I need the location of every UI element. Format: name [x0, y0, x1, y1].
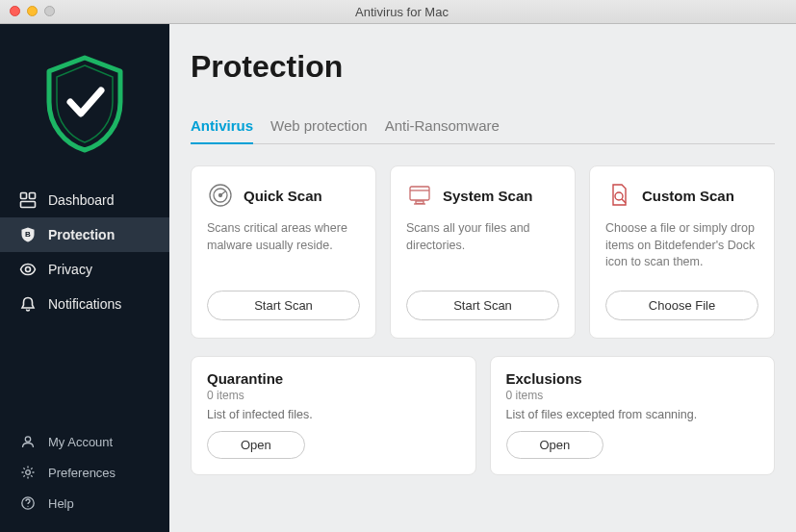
user-icon: [19, 433, 37, 450]
secondary-nav: My Account Preferences Help: [0, 426, 169, 532]
close-icon[interactable]: [10, 6, 20, 16]
shield-logo-icon: [41, 54, 128, 154]
page-title: Protection: [191, 49, 775, 85]
card-title: System Scan: [443, 188, 532, 204]
item-count: 0 items: [207, 389, 460, 402]
app-logo: [0, 24, 169, 183]
exclusions-card: Exclusions 0 items List of files excepte…: [490, 356, 776, 475]
scan-cards-row: Quick Scan Scans critical areas where ma…: [191, 165, 775, 339]
quick-scan-icon: [207, 182, 234, 209]
sidebar-item-label: Dashboard: [48, 192, 115, 208]
sidebar-item-label: Preferences: [48, 466, 116, 480]
svg-rect-15: [416, 201, 424, 204]
sidebar-item-label: My Account: [48, 435, 113, 449]
maximize-icon: [44, 6, 55, 16]
card-title: Quarantine: [207, 370, 460, 387]
open-exclusions-button[interactable]: Open: [506, 431, 604, 459]
svg-rect-0: [21, 193, 27, 199]
quick-scan-card: Quick Scan Scans critical areas where ma…: [191, 165, 376, 339]
card-description: Choose a file or simply drop items on Bi…: [605, 220, 758, 271]
sidebar: Dashboard B Protection Privacy Notificat…: [0, 24, 169, 532]
custom-scan-icon: [605, 182, 632, 209]
system-scan-icon: [406, 182, 433, 209]
sidebar-item-help[interactable]: Help: [0, 488, 169, 519]
primary-nav: Dashboard B Protection Privacy Notificat…: [0, 183, 169, 426]
card-description: List of infected files.: [207, 408, 460, 421]
tabs: Antivirus Web protection Anti-Ransomware: [191, 112, 775, 144]
dashboard-icon: [19, 191, 37, 209]
lower-cards-row: Quarantine 0 items List of infected file…: [191, 356, 775, 475]
tab-anti-ransomware[interactable]: Anti-Ransomware: [385, 112, 500, 143]
help-icon: [19, 494, 37, 512]
main-content: Protection Antivirus Web protection Anti…: [169, 24, 796, 532]
gear-icon: [19, 464, 37, 481]
minimize-icon[interactable]: [27, 6, 38, 16]
start-system-scan-button[interactable]: Start Scan: [406, 291, 559, 320]
card-description: Scans all your files and directories.: [406, 220, 559, 271]
sidebar-item-label: Notifications: [48, 296, 121, 312]
card-description: List of files excepted from scanning.: [506, 408, 759, 421]
eye-icon: [19, 261, 37, 278]
svg-point-4: [26, 267, 31, 272]
item-count: 0 items: [506, 389, 759, 402]
sidebar-item-dashboard[interactable]: Dashboard: [0, 183, 169, 217]
tab-antivirus[interactable]: Antivirus: [191, 112, 253, 143]
card-description: Scans critical areas where malware usual…: [207, 220, 360, 271]
window-controls: [10, 6, 55, 16]
svg-rect-1: [30, 193, 36, 199]
sidebar-item-label: Help: [48, 496, 74, 511]
sidebar-item-label: Protection: [48, 227, 115, 242]
card-title: Exclusions: [506, 370, 759, 387]
titlebar: Antivirus for Mac: [0, 0, 796, 24]
card-title: Custom Scan: [642, 188, 734, 204]
system-scan-card: System Scan Scans all your files and dir…: [390, 165, 576, 339]
start-quick-scan-button[interactable]: Start Scan: [207, 291, 360, 320]
sidebar-item-label: Privacy: [48, 262, 92, 277]
custom-scan-card: Custom Scan Choose a file or simply drop…: [589, 165, 775, 339]
svg-point-8: [27, 506, 28, 507]
svg-text:B: B: [25, 230, 31, 239]
sidebar-item-preferences[interactable]: Preferences: [0, 457, 169, 488]
card-title: Quick Scan: [244, 188, 322, 204]
shield-icon: B: [19, 226, 37, 243]
svg-rect-13: [410, 187, 429, 200]
quarantine-card: Quarantine 0 items List of infected file…: [191, 356, 476, 475]
window-title: Antivirus for Mac: [8, 5, 796, 19]
choose-file-button[interactable]: Choose File: [605, 291, 758, 320]
tab-web-protection[interactable]: Web protection: [270, 112, 368, 143]
sidebar-item-protection[interactable]: B Protection: [0, 217, 169, 252]
bell-icon: [19, 295, 37, 313]
open-quarantine-button[interactable]: Open: [207, 431, 305, 459]
svg-point-6: [26, 470, 31, 475]
sidebar-item-account[interactable]: My Account: [0, 426, 169, 457]
svg-point-17: [615, 192, 623, 200]
svg-rect-2: [21, 202, 36, 208]
svg-point-5: [25, 437, 30, 442]
sidebar-item-privacy[interactable]: Privacy: [0, 252, 169, 287]
sidebar-item-notifications[interactable]: Notifications: [0, 287, 169, 321]
